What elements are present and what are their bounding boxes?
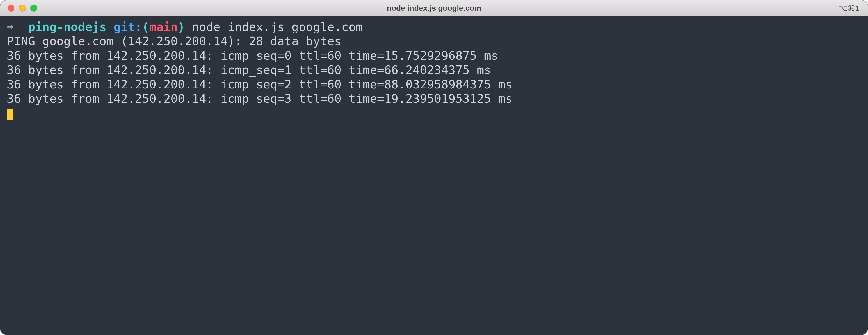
maximize-icon[interactable] xyxy=(30,5,37,11)
prompt-command: node index.js google.com xyxy=(192,20,363,34)
output-line: 36 bytes from 142.250.200.14: icmp_seq=1… xyxy=(7,63,861,77)
prompt-arrow-icon: ➜ xyxy=(7,20,14,34)
prompt-git-label: git: xyxy=(114,20,142,34)
output-line: 36 bytes from 142.250.200.14: icmp_seq=3… xyxy=(7,92,861,106)
prompt-dir: ping-nodejs xyxy=(28,20,107,34)
terminal-window: node index.js google.com ⌥⌘1 ➜ ping-node… xyxy=(0,0,868,335)
prompt-paren-open: ( xyxy=(142,20,149,34)
output-header: PING google.com (142.250.200.14): 28 dat… xyxy=(7,34,861,49)
prompt-branch: main xyxy=(149,20,178,34)
output-line: 36 bytes from 142.250.200.14: icmp_seq=0… xyxy=(7,49,861,63)
prompt-line: ➜ ping-nodejs git:(main) node index.js g… xyxy=(7,20,861,34)
traffic-lights xyxy=(0,5,37,11)
cursor-icon xyxy=(7,109,13,120)
titlebar[interactable]: node index.js google.com ⌥⌘1 xyxy=(0,0,868,16)
close-icon[interactable] xyxy=(8,5,14,11)
minimize-icon[interactable] xyxy=(19,5,26,11)
window-title: node index.js google.com xyxy=(0,4,868,12)
window-shortcut: ⌥⌘1 xyxy=(839,4,860,13)
prompt-paren-close: ) xyxy=(178,20,185,34)
output-line: 36 bytes from 142.250.200.14: icmp_seq=2… xyxy=(7,78,861,92)
terminal-body[interactable]: ➜ ping-nodejs git:(main) node index.js g… xyxy=(0,16,868,335)
